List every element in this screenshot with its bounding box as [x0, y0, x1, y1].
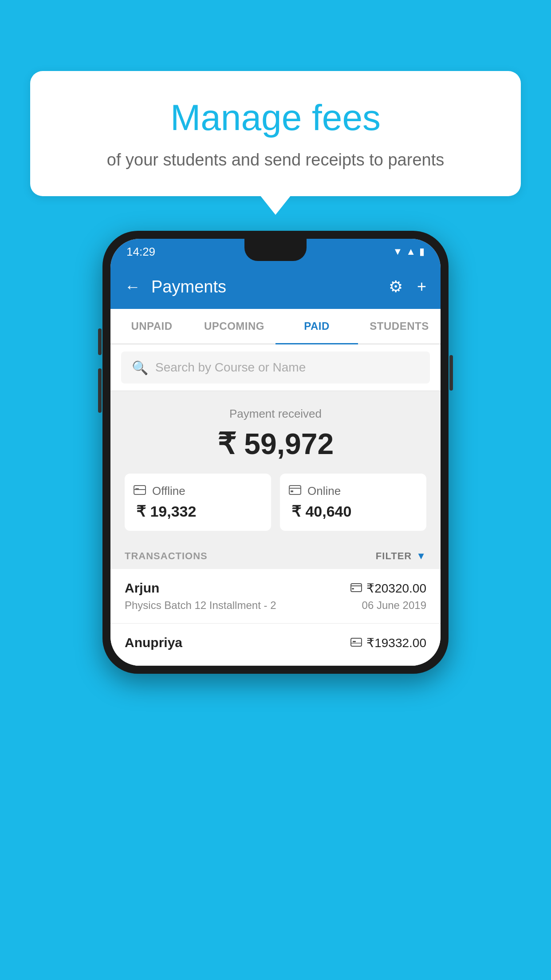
- app-bar-title: Payments: [151, 277, 389, 296]
- transaction-name-anupriya: Anupriya: [125, 635, 182, 650]
- app-bar-actions: ⚙ +: [389, 277, 426, 296]
- notch: [244, 239, 307, 261]
- svg-rect-3: [289, 486, 301, 494]
- transaction-name-arjun: Arjun: [125, 581, 159, 596]
- speech-bubble-container: Manage fees of your students and send re…: [30, 71, 521, 196]
- payment-total-amount: ₹ 59,972: [125, 427, 426, 461]
- status-time: 14:29: [126, 245, 155, 259]
- settings-icon[interactable]: ⚙: [389, 277, 403, 296]
- signal-icon: ▲: [406, 246, 416, 257]
- power-button: [449, 355, 453, 391]
- volume-down-button: [98, 368, 102, 413]
- offline-icon: [134, 484, 146, 498]
- transaction-amount-container-anupriya: ₹19332.00: [350, 636, 426, 650]
- transaction-course-arjun: Physics Batch 12 Installment - 2: [125, 599, 276, 612]
- svg-rect-6: [351, 584, 362, 592]
- offline-label: Offline: [152, 484, 185, 498]
- transactions-label: TRANSACTIONS: [125, 550, 208, 562]
- svg-rect-5: [291, 490, 293, 492]
- bubble-subtitle: of your students and send receipts to pa…: [52, 148, 499, 172]
- app-bar: ← Payments ⚙ +: [110, 265, 441, 309]
- tab-paid[interactable]: PAID: [276, 309, 358, 344]
- online-card-header: Online: [289, 484, 341, 498]
- offline-card: Offline ₹ 19,332: [125, 474, 271, 531]
- transaction-bottom-arjun: Physics Batch 12 Installment - 2 06 June…: [125, 599, 426, 612]
- offline-amount: ₹ 19,332: [134, 502, 196, 520]
- transaction-date-arjun: 06 June 2019: [362, 599, 426, 612]
- phone-frame: 14:29 ▼ ▲ ▮ ← Payments ⚙ + UNPAID: [102, 231, 449, 674]
- phone-screen: 14:29 ▼ ▲ ▮ ← Payments ⚙ + UNPAID: [110, 239, 441, 666]
- add-icon[interactable]: +: [417, 277, 426, 296]
- offline-card-header: Offline: [134, 484, 185, 498]
- tab-unpaid[interactable]: UNPAID: [110, 309, 193, 344]
- search-placeholder: Search by Course or Name: [155, 360, 306, 375]
- transaction-amount-arjun: ₹20320.00: [366, 581, 426, 596]
- payment-cards: Offline ₹ 19,332: [125, 474, 426, 531]
- svg-rect-8: [352, 588, 354, 589]
- online-icon: [289, 484, 301, 498]
- tab-students[interactable]: STUDENTS: [358, 309, 441, 344]
- svg-rect-10: [353, 641, 356, 642]
- search-icon: 🔍: [132, 360, 148, 375]
- volume-up-button: [98, 328, 102, 355]
- tabs-bar: UNPAID UPCOMING PAID STUDENTS: [110, 309, 441, 344]
- status-icons: ▼ ▲ ▮: [393, 246, 425, 257]
- online-payment-icon-arjun: [350, 581, 362, 595]
- back-button[interactable]: ←: [125, 277, 141, 296]
- online-card: Online ₹ 40,640: [280, 474, 426, 531]
- transaction-amount-container-arjun: ₹20320.00: [350, 581, 426, 596]
- filter-label: FILTER: [376, 550, 412, 562]
- online-label: Online: [307, 484, 341, 498]
- battery-icon: ▮: [419, 246, 425, 257]
- table-row[interactable]: Arjun ₹20320.00 Physics Batch 1: [110, 569, 441, 624]
- transaction-amount-anupriya: ₹19332.00: [366, 636, 426, 650]
- status-bar: 14:29 ▼ ▲ ▮: [110, 239, 441, 265]
- transaction-top-arjun: Arjun ₹20320.00: [125, 581, 426, 596]
- filter-icon: ▼: [416, 550, 426, 562]
- tab-upcoming[interactable]: UPCOMING: [193, 309, 276, 344]
- filter-button[interactable]: FILTER ▼: [376, 550, 426, 562]
- payment-received-label: Payment received: [125, 407, 426, 421]
- phone-container: 14:29 ▼ ▲ ▮ ← Payments ⚙ + UNPAID: [102, 231, 449, 674]
- bubble-title: Manage fees: [52, 98, 499, 138]
- online-amount: ₹ 40,640: [289, 502, 351, 520]
- table-row[interactable]: Anupriya ₹19332.00: [110, 624, 441, 666]
- wifi-icon: ▼: [393, 246, 402, 257]
- svg-rect-9: [351, 638, 362, 646]
- search-bar[interactable]: 🔍 Search by Course or Name: [121, 352, 430, 383]
- transaction-top-anupriya: Anupriya ₹19332.00: [125, 635, 426, 650]
- transactions-header: TRANSACTIONS FILTER ▼: [110, 543, 441, 569]
- payment-summary: Payment received ₹ 59,972: [110, 391, 441, 543]
- speech-bubble: Manage fees of your students and send re…: [30, 71, 521, 196]
- offline-payment-icon-anupriya: [350, 636, 362, 650]
- search-container: 🔍 Search by Course or Name: [110, 344, 441, 391]
